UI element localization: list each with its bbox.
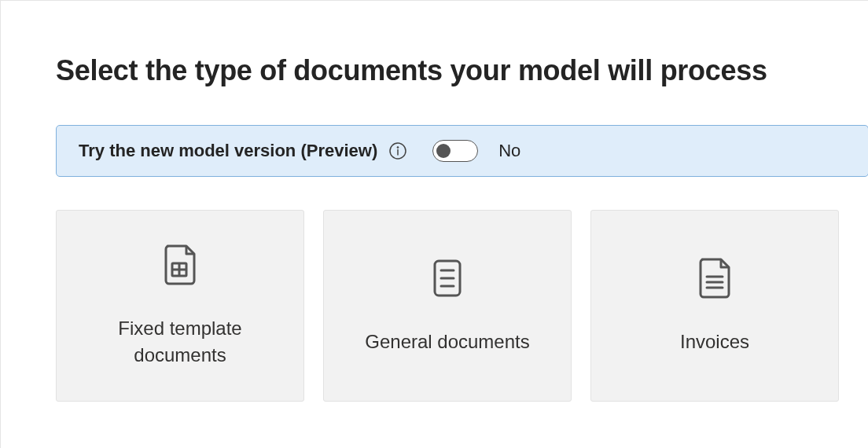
- card-label: General documents: [365, 329, 529, 355]
- page-title: Select the type of documents your model …: [56, 54, 868, 87]
- card-invoices[interactable]: Invoices: [590, 210, 839, 402]
- preview-banner-label: Try the new model version (Preview): [79, 141, 377, 161]
- card-label: Invoices: [680, 329, 749, 355]
- fixed-template-document-icon: [161, 243, 199, 290]
- info-icon[interactable]: [388, 141, 407, 160]
- preview-banner: Try the new model version (Preview) No: [56, 125, 868, 177]
- toggle-knob: [436, 144, 451, 158]
- toggle-state-label: No: [498, 141, 520, 161]
- card-fixed-template[interactable]: Fixed template documents: [56, 210, 304, 402]
- invoice-document-icon: [696, 256, 734, 303]
- svg-point-1: [397, 147, 399, 149]
- general-document-icon: [428, 256, 466, 303]
- card-general-documents[interactable]: General documents: [323, 210, 572, 402]
- document-type-cards: Fixed template documents General documen…: [56, 210, 868, 402]
- card-label: Fixed template documents: [72, 315, 288, 368]
- preview-toggle[interactable]: [432, 140, 478, 162]
